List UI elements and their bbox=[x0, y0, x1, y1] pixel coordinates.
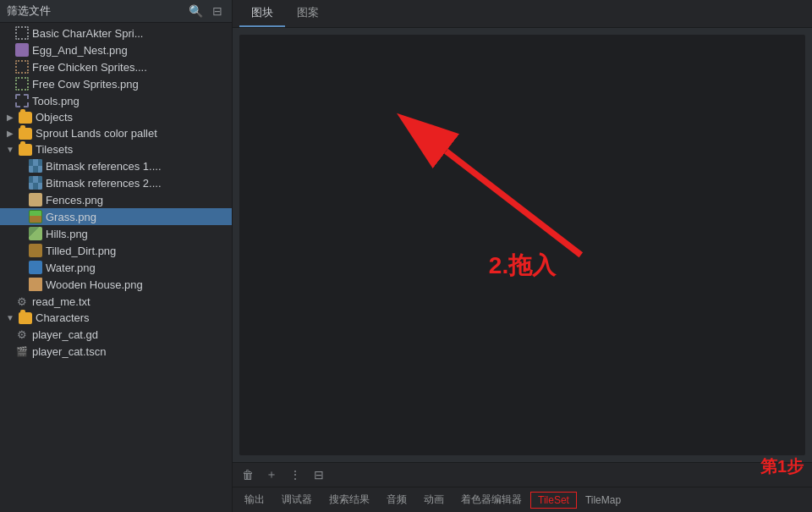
tree-item-player-cat-tscn[interactable]: 🎬 player_cat.tscn bbox=[0, 343, 232, 360]
filter-label: 筛选文件 bbox=[7, 3, 183, 19]
tab-colorizer[interactable]: 着色器编辑器 bbox=[453, 489, 530, 510]
tree-label-wooden-house: Wooden House.png bbox=[46, 278, 143, 291]
tree-item-tilled-dirt[interactable]: Tilled_Dirt.png bbox=[0, 242, 232, 259]
add-icon[interactable]: ＋ bbox=[263, 466, 280, 483]
tree-item-egg-nest[interactable]: Egg_And_Nest.png bbox=[0, 41, 232, 58]
file-icon-free-cow bbox=[15, 77, 29, 91]
tree-label-player-cat-tscn: player_cat.tscn bbox=[32, 345, 106, 358]
tree-item-grass[interactable]: Grass.png bbox=[0, 208, 232, 225]
file-icon-tools bbox=[15, 94, 29, 107]
tree-label-readme: read_me.txt bbox=[32, 295, 91, 308]
filter-bar: 筛选文件 🔍 ⊟ bbox=[0, 0, 232, 23]
tree-label-free-cow: Free Cow Sprites.png bbox=[32, 78, 139, 91]
tree-label-characters: Characters bbox=[36, 311, 90, 324]
left-panel: 筛选文件 🔍 ⊟ Basic CharAkter Spri... Egg_And… bbox=[0, 0, 233, 512]
file-icon-readme: ⚙ bbox=[15, 295, 29, 308]
tree-item-tools[interactable]: Tools.png bbox=[0, 92, 232, 109]
trash-icon[interactable]: 🗑 bbox=[239, 466, 256, 483]
tree-item-fences[interactable]: Fences.png bbox=[0, 191, 232, 208]
file-icon-water bbox=[29, 261, 42, 274]
folder-icon-tilesets bbox=[19, 144, 32, 156]
canvas-area: 2.拖入 bbox=[239, 35, 805, 455]
tree-label-free-chicken: Free Chicken Sprites.... bbox=[32, 61, 147, 74]
folder-icon-color-pallet bbox=[19, 128, 32, 140]
file-tree: Basic CharAkter Spri... Egg_And_Nest.png… bbox=[0, 23, 232, 512]
top-tabs: 图块 图案 bbox=[233, 0, 812, 28]
tree-label-bitmask2: Bitmask references 2.... bbox=[46, 177, 162, 190]
tab-audio[interactable]: 音频 bbox=[378, 489, 415, 510]
tab-tiles[interactable]: 图块 bbox=[239, 0, 285, 27]
filter-icon[interactable]: ⊟ bbox=[210, 3, 225, 19]
file-icon-basic-char bbox=[15, 26, 29, 40]
arrow-tilesets: ▼ bbox=[5, 145, 15, 155]
tree-item-readme[interactable]: ⚙ read_me.txt bbox=[0, 293, 232, 310]
search-icon[interactable]: 🔍 bbox=[188, 3, 203, 19]
tree-item-objects[interactable]: ▶ Objects bbox=[0, 109, 232, 125]
canvas-content: 2.拖入 bbox=[239, 35, 805, 455]
main-layout: 筛选文件 🔍 ⊟ Basic CharAkter Spri... Egg_And… bbox=[0, 0, 812, 512]
step-label: 第1步 bbox=[760, 455, 804, 478]
tree-label-color-pallet: Sprout Lands color pallet bbox=[36, 127, 157, 140]
file-icon-egg-nest bbox=[15, 43, 29, 57]
canvas-bottom-bar: 🗑 ＋ ⋮ ⊟ bbox=[233, 462, 812, 487]
annotation-text: 2.拖入 bbox=[489, 250, 556, 282]
tree-label-fences: Fences.png bbox=[46, 194, 103, 206]
tree-label-player-cat-gd: player_cat.gd bbox=[32, 328, 98, 341]
tree-item-hills[interactable]: Hills.png bbox=[0, 225, 232, 242]
tree-label-tools: Tools.png bbox=[32, 95, 80, 107]
tree-label-objects: Objects bbox=[36, 111, 73, 124]
arrow-color-pallet: ▶ bbox=[5, 129, 15, 139]
file-icon-fences bbox=[29, 193, 42, 206]
tree-item-water[interactable]: Water.png bbox=[0, 259, 232, 276]
tab-pattern[interactable]: 图案 bbox=[285, 0, 331, 27]
folder-icon-objects bbox=[19, 112, 32, 124]
folder-icon-characters bbox=[19, 312, 32, 324]
file-icon-player-cat-gd: ⚙ bbox=[15, 328, 29, 341]
tree-label-egg-nest: Egg_And_Nest.png bbox=[32, 44, 128, 57]
right-panel: 图块 图案 2.拖入 🗑 ＋ bbox=[233, 0, 812, 512]
tree-label-grass: Grass.png bbox=[46, 211, 96, 223]
file-icon-player-cat-tscn: 🎬 bbox=[15, 344, 29, 358]
tree-item-characters[interactable]: ▼ Characters bbox=[0, 310, 232, 326]
tree-item-bitmask2[interactable]: Bitmask references 2.... bbox=[0, 174, 232, 191]
tree-item-wooden-house[interactable]: Wooden House.png bbox=[0, 276, 232, 293]
file-icon-bitmask1 bbox=[29, 159, 42, 173]
arrow-objects: ▶ bbox=[5, 113, 15, 123]
tab-search[interactable]: 搜索结果 bbox=[321, 489, 378, 510]
tab-animation[interactable]: 动画 bbox=[415, 489, 453, 510]
tree-item-color-pallet[interactable]: ▶ Sprout Lands color pallet bbox=[0, 125, 232, 141]
tab-tileset[interactable]: TileSet bbox=[530, 492, 577, 509]
tree-label-tilesets: Tilesets bbox=[36, 143, 73, 156]
file-icon-grass bbox=[29, 210, 42, 223]
menu-icon[interactable]: ⋮ bbox=[287, 466, 304, 483]
filter2-icon[interactable]: ⊟ bbox=[310, 466, 327, 483]
tree-label-basic-char: Basic CharAkter Spri... bbox=[32, 27, 144, 40]
svg-line-1 bbox=[446, 151, 580, 255]
filter-icons: 🔍 ⊟ bbox=[188, 3, 225, 19]
file-icon-hills bbox=[29, 227, 42, 240]
file-icon-free-chicken bbox=[15, 60, 29, 74]
tree-item-player-cat-gd[interactable]: ⚙ player_cat.gd bbox=[0, 326, 232, 343]
tab-output[interactable]: 输出 bbox=[236, 489, 273, 510]
tree-label-tilled-dirt: Tilled_Dirt.png bbox=[46, 245, 116, 257]
tree-item-free-chicken[interactable]: Free Chicken Sprites.... bbox=[0, 58, 232, 75]
bottom-tabs: 输出 调试器 搜索结果 音频 动画 着色器编辑器 TileSet TileMap… bbox=[233, 487, 812, 512]
tab-debugger[interactable]: 调试器 bbox=[273, 489, 321, 510]
tree-item-bitmask1[interactable]: Bitmask references 1.... bbox=[0, 157, 232, 174]
tree-label-bitmask1: Bitmask references 1.... bbox=[46, 160, 162, 173]
tree-item-tilesets[interactable]: ▼ Tilesets bbox=[0, 141, 232, 157]
file-icon-bitmask2 bbox=[29, 176, 42, 190]
tree-label-water: Water.png bbox=[46, 262, 96, 274]
tree-label-hills: Hills.png bbox=[46, 228, 88, 240]
file-icon-wooden-house bbox=[29, 278, 42, 291]
file-icon-tilled-dirt bbox=[29, 244, 42, 257]
tab-tilemap[interactable]: TileMap bbox=[577, 491, 629, 509]
tree-item-free-cow[interactable]: Free Cow Sprites.png bbox=[0, 75, 232, 92]
arrow-characters: ▼ bbox=[5, 313, 15, 323]
tree-item-basic-char[interactable]: Basic CharAkter Spri... bbox=[0, 25, 232, 41]
